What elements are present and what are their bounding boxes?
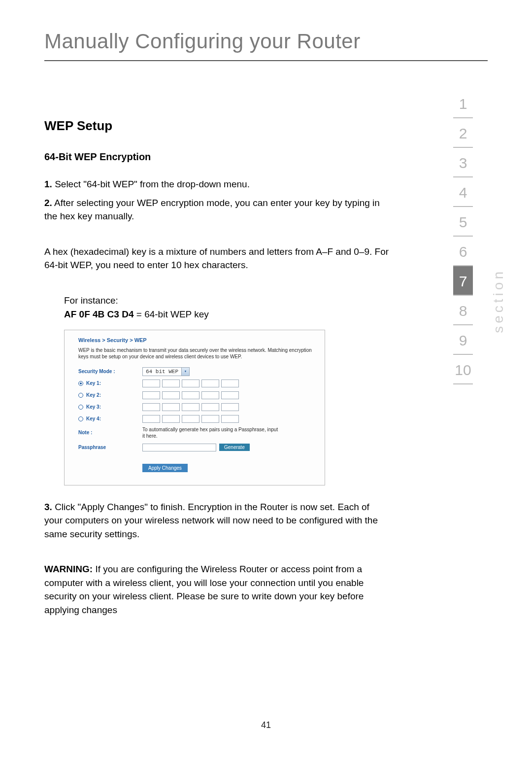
example-key-bold: AF 0F 4B C3 D4	[64, 309, 133, 319]
key4-hex-5[interactable]	[221, 415, 239, 423]
step-1-text: Select "64-bit WEP" from the drop-down m…	[52, 179, 250, 189]
step-2-num: 2.	[44, 198, 52, 208]
key2-label[interactable]: Key 2:	[78, 392, 142, 398]
step-2: 2. After selecting your WEP encryption m…	[44, 196, 389, 223]
step-1-num: 1.	[44, 179, 52, 189]
key2-hex-1[interactable]	[142, 391, 160, 399]
key1-hex-1[interactable]	[142, 380, 160, 387]
step-1: 1. Select "64-bit WEP" from the drop-dow…	[44, 177, 389, 191]
key3-hex-1[interactable]	[142, 403, 160, 411]
key2-hex-3[interactable]	[182, 391, 200, 399]
key1-hex-4[interactable]	[201, 380, 219, 387]
breadcrumb: Wireless > Security > WEP	[78, 337, 316, 343]
nav-6[interactable]: 6	[453, 237, 473, 266]
radio-key2[interactable]	[78, 393, 83, 398]
hex-explanation: A hex (hexadecimal) key is a mixture of …	[44, 245, 389, 272]
note-text: To automatically generate hex pairs usin…	[142, 426, 280, 439]
nav-7[interactable]: 7	[453, 266, 473, 296]
example-key: AF 0F 4B C3 D4 = 64-bit WEP key	[64, 308, 389, 322]
security-mode-label: Security Mode :	[78, 369, 142, 374]
section-nav: 1 2 3 4 5 6 7 8 9 10	[448, 89, 478, 384]
warning-text: If you are configuring the Wireless Rout…	[44, 564, 364, 615]
apply-changes-button[interactable]: Apply Changes	[142, 464, 188, 472]
heading-wep-setup: WEP Setup	[44, 118, 389, 134]
nav-4[interactable]: 4	[453, 177, 473, 207]
key1-hex-3[interactable]	[182, 380, 200, 387]
radio-key4[interactable]	[78, 416, 83, 421]
step-3: 3. Click "Apply Changes" to finish. Encr…	[44, 500, 389, 541]
step-3-num: 3.	[44, 502, 52, 512]
generate-button[interactable]: Generate	[219, 444, 250, 451]
nav-5[interactable]: 5	[453, 207, 473, 237]
key1-hex-5[interactable]	[221, 380, 239, 387]
key3-label[interactable]: Key 3:	[78, 404, 142, 410]
nav-9[interactable]: 9	[453, 325, 473, 355]
section-label: section	[491, 269, 506, 333]
key3-hex-3[interactable]	[182, 403, 200, 411]
warning-label: WARNING:	[44, 564, 93, 574]
key2-hex-4[interactable]	[201, 391, 219, 399]
page-title: Manually Configuring your Router	[44, 30, 488, 53]
warning-paragraph: WARNING: If you are configuring the Wire…	[44, 562, 389, 617]
key1-label[interactable]: Key 1:	[78, 380, 142, 386]
security-mode-value: 64 bit WEP	[143, 368, 181, 375]
radio-key1[interactable]	[78, 381, 83, 386]
key3-hex-2[interactable]	[162, 403, 180, 411]
example-key-rest: = 64-bit WEP key	[133, 309, 208, 319]
security-mode-select[interactable]: 64 bit WEP ▾	[142, 367, 190, 376]
passphrase-label: Passphrase	[78, 445, 142, 450]
title-rule	[44, 60, 488, 61]
key2-hex-5[interactable]	[221, 391, 239, 399]
step-2-text: After selecting your WEP encryption mode…	[44, 198, 380, 222]
key4-hex-2[interactable]	[162, 415, 180, 423]
chevron-down-icon: ▾	[181, 368, 189, 376]
heading-64bit-wep: 64-Bit WEP Encryption	[44, 151, 389, 163]
passphrase-input[interactable]	[142, 444, 216, 451]
nav-1[interactable]: 1	[453, 89, 473, 118]
router-ui-panel: Wireless > Security > WEP WEP is the bas…	[64, 330, 325, 485]
nav-8[interactable]: 8	[453, 296, 473, 325]
key4-hex-3[interactable]	[182, 415, 200, 423]
key1-hex-2[interactable]	[162, 380, 180, 387]
nav-10[interactable]: 10	[453, 355, 473, 384]
key4-hex-4[interactable]	[201, 415, 219, 423]
key3-hex-5[interactable]	[221, 403, 239, 411]
nav-2[interactable]: 2	[453, 118, 473, 148]
page-number: 41	[0, 720, 532, 730]
note-label: Note :	[78, 430, 142, 435]
nav-3[interactable]: 3	[453, 148, 473, 177]
key4-label[interactable]: Key 4:	[78, 416, 142, 421]
example-lead: For instance:	[64, 294, 389, 308]
key4-hex-1[interactable]	[142, 415, 160, 423]
step-3-text: Click "Apply Changes" to finish. Encrypt…	[44, 502, 378, 539]
key2-hex-2[interactable]	[162, 391, 180, 399]
key3-hex-4[interactable]	[201, 403, 219, 411]
panel-description: WEP is the basic mechanism to transmit y…	[78, 347, 316, 360]
radio-key3[interactable]	[78, 405, 83, 410]
